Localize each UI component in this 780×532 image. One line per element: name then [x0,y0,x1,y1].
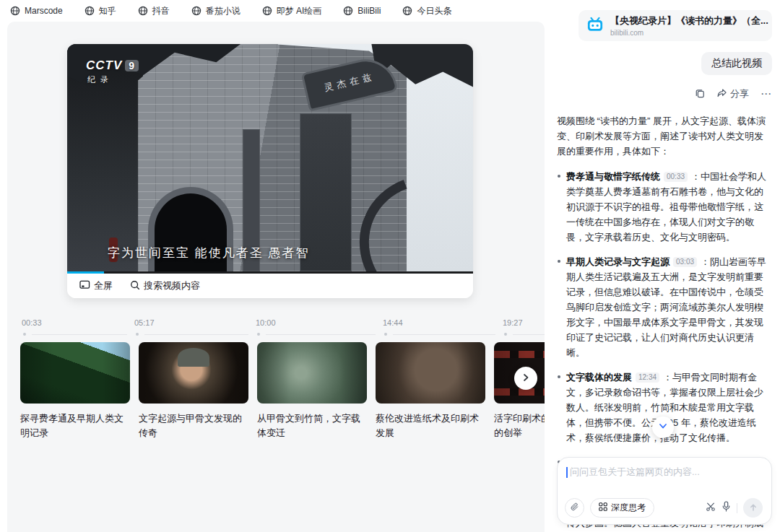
summary-bullet: 费孝通与敬惜字纸传统00:33：中国社会学和人类学奠基人费孝通墓前有石雕书卷，他… [557,169,772,245]
bookmark-marscode[interactable]: Marscode [10,6,63,16]
chapter-thumbnail-3[interactable] [257,342,367,404]
chat-input-placeholder: 问问豆包关于这篇网页的内容... [570,466,700,479]
video-player-card: 灵杰在兹 CCTV 9 纪录 字为世间至宝 能使凡者圣 愚者智 全屏 [67,44,473,298]
video-frame[interactable]: 灵杰在兹 CCTV 9 纪录 字为世间至宝 能使凡者圣 愚者智 [67,44,473,271]
voice-input-button[interactable] [722,501,731,515]
chapter-caption-3[interactable]: 从甲骨文到竹简，文字载体变迁 [257,411,369,440]
chapter-caption-1[interactable]: 探寻费孝通及早期人类文明记录 [20,411,132,440]
bookmark-jimeng[interactable]: 即梦 AI绘画 [262,5,322,17]
message-actions: 分享 ⋯ [695,87,772,100]
webpage-panel: 灵杰在兹 CCTV 9 纪录 字为世间至宝 能使凡者圣 愚者智 全屏 [7,22,545,532]
deep-think-label: 深度思考 [611,502,646,514]
bookmark-label: Marscode [25,6,63,16]
video-progress-fill [67,271,104,274]
paperclip-icon [570,502,579,515]
chevron-right-icon [521,372,530,385]
video-control-bar: 全屏 搜索视频内容 [67,274,473,298]
attachment-button[interactable] [565,498,584,518]
share-icon [716,88,727,100]
timeline-timestamp[interactable]: 14:44 [383,318,403,327]
divider [737,503,737,513]
chapter-caption-4[interactable]: 蔡伦改进造纸术及印刷术发展 [376,411,488,440]
fullscreen-icon [79,280,90,292]
summary-intro: 视频围绕 “读书的力量” 展开，从文字起源、载体演变、印刷术发展等方面，阐述了读… [557,113,772,159]
bullet-text: ：阴山岩画等早期人类生活记载遍及五大洲，是文字发明前重要记录，但信息难以破译。在… [566,256,766,358]
copy-button[interactable] [695,88,705,100]
summary-bullet: 早期人类记录与文字起源03:03：阴山岩画等早期人类生活记载遍及五大洲，是文字发… [557,254,772,360]
timeline-timestamp[interactable]: 19:27 [503,318,523,327]
globe-icon [138,6,148,16]
bookmark-label: BiliBili [358,6,381,16]
bookmark-label: 即梦 AI绘画 [277,5,322,17]
microphone-icon [722,501,731,515]
bullet-title: 文字载体的发展 [566,372,632,383]
chapter-thumbnail-1[interactable] [20,342,130,404]
ai-assistant-sidebar: 【央视纪录片】《读书的力量》（全... bilibili.com 总结此视频 分… [545,0,780,532]
send-button[interactable] [743,498,763,518]
summarize-video-button[interactable]: 总结此视频 [701,52,772,75]
bookmark-label: 知乎 [99,5,116,17]
globe-icon [191,6,202,16]
source-title: 【央视纪录片】《读书的力量》（全... [610,14,768,27]
bookmark-bilibili[interactable]: BiliBili [343,6,381,16]
chapters-next-button[interactable] [514,367,537,390]
globe-icon [10,6,20,16]
arrow-up-icon [749,502,758,515]
chat-input-box[interactable]: 问问豆包关于这篇网页的内容... 深度思考 [557,457,772,525]
copy-icon [695,88,705,100]
bookmark-fanqie[interactable]: 番茄小说 [191,5,240,17]
chapter-thumbnail-4[interactable] [376,342,485,404]
bookmark-douyin[interactable]: 抖音 [138,5,170,17]
video-subtitle: 字为世间至宝 能使凡者圣 愚者智 [108,245,309,261]
bullet-title: 费孝通与敬惜字纸传统 [566,171,660,182]
video-source-card[interactable]: 【央视纪录片】《读书的力量》（全... bilibili.com [578,10,772,41]
deep-think-icon [599,502,607,513]
chevron-down-icon [658,421,668,434]
share-label: 分享 [730,87,749,100]
timestamp-chip[interactable]: 00:33 [664,172,688,182]
scroll-to-bottom-button[interactable] [652,417,674,438]
screenshot-clip-button[interactable] [706,502,716,515]
timeline-timestamp[interactable]: 10:00 [256,318,276,327]
scissors-icon [706,502,716,515]
fullscreen-button[interactable]: 全屏 [79,279,113,292]
globe-icon [262,6,272,16]
text-caret [566,467,568,478]
bookmark-label: 今日头条 [417,5,451,17]
bilibili-icon [586,17,604,35]
source-domain: bilibili.com [610,29,768,37]
chapter-thumbnail-2[interactable] [139,342,248,404]
timeline-timestamp[interactable]: 00:33 [22,318,42,327]
timeline-timestamp[interactable]: 05:17 [134,318,155,327]
globe-icon [84,6,95,16]
globe-icon [343,6,353,16]
deep-think-toggle[interactable]: 深度思考 [590,498,654,518]
bullet-title: 早期人类记录与文字起源 [566,256,670,267]
search-icon [130,280,140,292]
timestamp-chip[interactable]: 12:34 [636,372,659,383]
globe-icon [402,6,412,16]
bookmark-toutiao[interactable]: 今日头条 [402,5,451,17]
cctv9-watermark: CCTV 9 纪录 [86,58,139,85]
more-actions-button[interactable]: ⋯ [760,87,772,100]
bookmark-label: 抖音 [152,5,170,17]
search-video-button[interactable]: 搜索视频内容 [130,279,200,292]
video-progress-bar[interactable] [67,271,473,274]
chapter-caption-2[interactable]: 文字起源与甲骨文发现的传奇 [139,411,251,440]
share-button[interactable]: 分享 [716,87,749,100]
chapter-caption-5[interactable]: 活字印刷术的 的创举 [494,411,545,440]
timestamp-chip[interactable]: 03:03 [673,257,697,267]
bookmark-label: 番茄小说 [206,5,240,17]
bookmark-zhihu[interactable]: 知乎 [84,5,116,17]
